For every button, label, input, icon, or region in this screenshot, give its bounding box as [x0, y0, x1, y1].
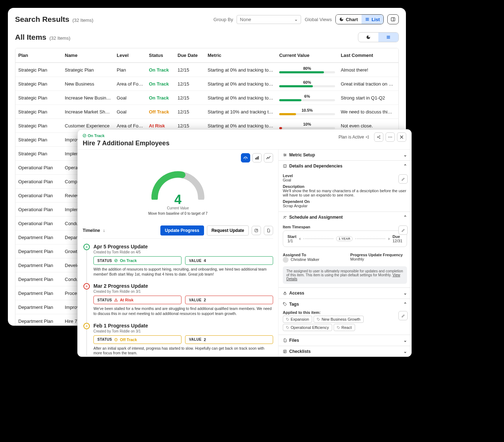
edit-details-button[interactable] [398, 174, 408, 184]
svg-rect-13 [257, 157, 257, 160]
acc-tags-header[interactable]: Tags ⌃ [278, 299, 411, 310]
progress-bar [279, 113, 335, 115]
entry-stats: STATUS Off Track VALUE 2 [93, 335, 273, 344]
svg-point-11 [245, 158, 246, 159]
request-update-button[interactable]: Request Update [207, 225, 249, 235]
cell: Department Plan [15, 277, 62, 282]
entry-note: After an initial spark of interest, prog… [93, 346, 273, 356]
table-row[interactable]: Strategic PlanStrategic PlanPlanOn Track… [15, 63, 398, 77]
tag-chip[interactable]: New Business Growth [314, 316, 363, 323]
table-row[interactable]: Strategic PlanIncrease New BusinessGoalO… [15, 91, 398, 105]
sort-down-icon[interactable]: ↓ [103, 228, 105, 233]
cell: Area of Focus [114, 123, 146, 128]
cell: Department Plan [15, 319, 62, 324]
timeline-entry[interactable]: Apr 5 Progress Update Created by Tom Rid… [93, 244, 273, 277]
table-row[interactable]: Strategic PlanIncrease Market ShareGoalO… [15, 105, 398, 118]
comment-cell: Great initial traction on growth [338, 81, 397, 87]
svg-point-18 [86, 286, 87, 287]
share-button[interactable] [374, 132, 383, 142]
acc-metric-setup[interactable]: Metric Setup ⌄ [278, 150, 411, 161]
table-row[interactable]: Strategic PlanNew BusinessArea of FocusO… [15, 77, 398, 91]
info-icon [283, 164, 287, 168]
progress-label: 10% [303, 122, 311, 126]
view-list-label: List [372, 17, 380, 22]
edit-schedule-button[interactable] [398, 225, 408, 235]
edit-tags-button[interactable] [398, 311, 408, 320]
panel-icon [391, 17, 396, 22]
acc-files[interactable]: Files ⌄ [278, 335, 411, 346]
entry-status-value: At Risk [120, 298, 134, 302]
cell: 12/15 [175, 123, 205, 128]
view-toggle: Chart List [335, 14, 384, 24]
cell: Operational Plan [15, 221, 62, 226]
pencil-icon [401, 228, 405, 232]
assigned-value: Christine Walker [283, 257, 340, 263]
chevron-down-icon: ⌄ [403, 349, 407, 354]
timeline-label: Timeline [83, 228, 100, 233]
check-circle-icon [83, 134, 86, 137]
gauge-view-button[interactable] [241, 153, 250, 162]
cell: Department Plan [15, 249, 62, 254]
progress-cell: 60% [276, 80, 338, 87]
entry-stats: STATUS On Track VALUE 4 [93, 256, 273, 265]
timeline-entry[interactable]: Feb 1 Progress Update Created by Tom Rid… [93, 323, 273, 356]
cell: Department Plan [15, 235, 62, 240]
cell: Department Plan [15, 291, 62, 296]
bar-view-button[interactable] [252, 153, 262, 162]
export-button[interactable] [252, 226, 261, 235]
cell: Starting at 0% and tracking to 100% [205, 81, 276, 87]
cell: 12/15 [175, 67, 205, 73]
entry-title: Feb 1 Progress Update [93, 323, 273, 329]
view-chart-button[interactable]: Chart [336, 15, 362, 24]
mini-chart-button[interactable] [358, 33, 378, 42]
panel-toggle-button[interactable] [387, 14, 399, 24]
col-current: Current Value [276, 48, 338, 62]
ts-due-value: 12/31 [392, 239, 402, 243]
entry-status-icon [114, 259, 118, 262]
search-header: Search Results (32 Items) Group By None … [15, 14, 399, 24]
tag-chip[interactable]: React [334, 324, 355, 331]
mini-list-button[interactable] [378, 33, 398, 42]
cell: Operational Plan [15, 165, 62, 170]
acc-access[interactable]: Access ⌄ [278, 288, 411, 299]
item-title: Hire 7 Additional Employees [83, 140, 169, 147]
col-comment: Last Comment [338, 48, 397, 62]
cell: Strategic Plan [15, 123, 62, 128]
entry-status-value: On Track [120, 258, 137, 263]
acc-schedule-header[interactable]: Schedule and Assignment ⌃ [278, 212, 411, 223]
cell: 12/15 [175, 109, 205, 115]
cell: Strategic Plan [62, 67, 114, 73]
update-progress-button[interactable]: Update Progress [160, 225, 204, 235]
entry-value-box: VALUE 4 [185, 256, 273, 265]
tag-chip[interactable]: Expansion [283, 316, 312, 323]
item-detail-panel: On Track Hire 7 Additional Employees Pla… [77, 129, 412, 357]
timeline-entry[interactable]: Mar 2 Progress Update Created by Tom Rid… [93, 283, 273, 316]
groupby-select[interactable]: None ⌄ [237, 15, 301, 24]
view-list-button[interactable]: List [362, 15, 383, 24]
cell: Plan [114, 67, 146, 73]
gauge-value: 4 [174, 193, 181, 206]
plan-active-label: Plan is Active [339, 135, 370, 140]
svg-point-8 [388, 137, 389, 137]
close-button[interactable] [397, 132, 406, 142]
tag-chip[interactable]: Operational Efficiency [283, 324, 332, 331]
svg-rect-33 [284, 293, 286, 295]
acc-details-header[interactable]: Details and Dependencies ⌃ [278, 161, 411, 171]
entry-value-key: VALUE [189, 298, 202, 302]
cell: Operational Plan [15, 179, 62, 184]
line-view-button[interactable] [264, 153, 273, 162]
entry-status-icon [114, 298, 118, 302]
bar-icon [255, 155, 260, 160]
page-count: (32 Items) [72, 18, 93, 23]
more-button[interactable] [386, 132, 395, 142]
gauge-chart: 4 Current Value Move from baseline of 0 … [83, 162, 273, 215]
document-button[interactable] [264, 226, 273, 235]
svg-rect-1 [391, 18, 395, 21]
tag-icon [283, 302, 287, 306]
list-icon [386, 35, 391, 39]
timespan-duration: 1 YEAR [336, 236, 353, 241]
acc-checklists[interactable]: Checklists ⌄ [278, 346, 411, 357]
tags-applied-label: Applied to this item: [283, 310, 407, 315]
pencil-icon [401, 177, 405, 181]
entry-value: 4 [204, 258, 206, 263]
